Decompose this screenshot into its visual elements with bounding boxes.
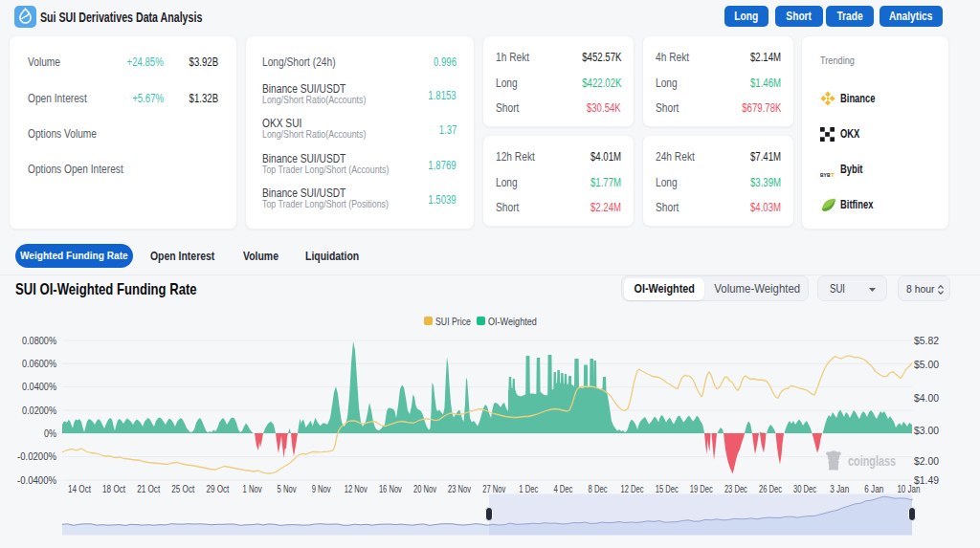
svg-text:1 Nov: 1 Nov	[243, 484, 262, 494]
svg-text:29 Oct: 29 Oct	[206, 484, 229, 494]
svg-text:$3.00: $3.00	[914, 426, 939, 436]
svg-text:0%: 0%	[44, 428, 56, 439]
svg-text:27 Nov: 27 Nov	[482, 484, 505, 494]
svg-text:$5.00: $5.00	[914, 360, 939, 370]
svg-text:coinglass: coinglass	[848, 453, 896, 469]
svg-text:15 Dec: 15 Dec	[656, 484, 679, 494]
svg-text:0.0200%: 0.0200%	[22, 406, 56, 416]
svg-text:-0.0400%: -0.0400%	[17, 475, 56, 486]
svg-text:20 Nov: 20 Nov	[413, 484, 436, 494]
svg-text:30 Dec: 30 Dec	[793, 484, 816, 494]
svg-text:8 Dec: 8 Dec	[589, 484, 608, 494]
svg-text:4 Dec: 4 Dec	[553, 484, 572, 494]
svg-text:0.0600%: 0.0600%	[22, 359, 56, 369]
svg-text:23 Nov: 23 Nov	[448, 484, 471, 494]
svg-text:10 Jan: 10 Jan	[897, 484, 920, 494]
svg-text:$5.82: $5.82	[914, 336, 939, 346]
svg-text:12 Nov: 12 Nov	[345, 484, 368, 494]
svg-text:0.0800%: 0.0800%	[22, 336, 56, 346]
svg-text:5 Nov: 5 Nov	[278, 484, 297, 494]
svg-text:-0.0200%: -0.0200%	[17, 451, 56, 462]
svg-text:0.0400%: 0.0400%	[22, 382, 56, 392]
svg-text:25 Oct: 25 Oct	[171, 484, 194, 494]
svg-text:$2.00: $2.00	[914, 456, 939, 467]
svg-text:19 Dec: 19 Dec	[690, 484, 713, 494]
svg-text:1 Dec: 1 Dec	[519, 484, 538, 494]
svg-text:23 Dec: 23 Dec	[724, 484, 747, 494]
svg-text:12 Dec: 12 Dec	[621, 484, 644, 494]
svg-text:6 Jan: 6 Jan	[864, 484, 883, 494]
svg-text:18 Oct: 18 Oct	[102, 484, 125, 494]
svg-text:3 Jan: 3 Jan	[830, 484, 849, 494]
svg-text:21 Oct: 21 Oct	[137, 484, 160, 494]
svg-text:14 Oct: 14 Oct	[68, 484, 91, 494]
svg-text:16 Nov: 16 Nov	[379, 484, 402, 494]
svg-text:9 Nov: 9 Nov	[312, 484, 331, 494]
svg-text:$4.00: $4.00	[914, 393, 939, 404]
svg-text:26 Dec: 26 Dec	[759, 484, 782, 494]
